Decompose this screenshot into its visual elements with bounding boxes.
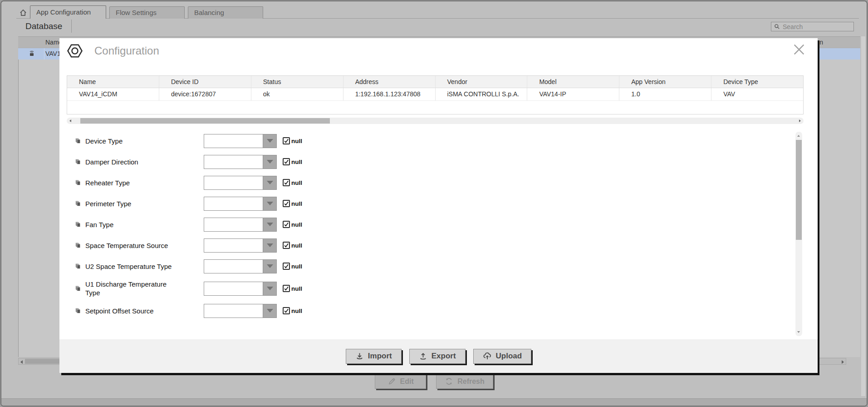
config-field-row: Fan Type null	[67, 217, 810, 232]
null-checkbox-group[interactable]: null	[283, 242, 302, 249]
scroll-left-icon[interactable]	[20, 360, 23, 364]
field-dropdown-value[interactable]	[204, 176, 263, 189]
refresh-icon	[445, 377, 453, 386]
device-table-cell: iSMA CONTROLLI S.p.A.	[436, 88, 528, 100]
field-dropdown[interactable]	[204, 238, 277, 253]
config-field-row: Setpoint Offset Source null	[67, 303, 810, 318]
device-icon	[28, 50, 35, 57]
dropdown-button[interactable]	[263, 260, 276, 273]
vscrollbar-thumb[interactable]	[796, 140, 802, 240]
check-icon	[284, 286, 289, 291]
tab-label: App Configuration	[36, 8, 91, 16]
device-table-hscrollbar[interactable]	[67, 118, 804, 124]
property-cube-icon	[74, 221, 81, 228]
dropdown-button[interactable]	[263, 282, 276, 295]
app-tab[interactable]: Flow Settings	[109, 6, 185, 19]
field-dropdown-value[interactable]	[204, 218, 263, 231]
field-label-group: Space Temperature Source	[67, 241, 204, 250]
export-button[interactable]: Export	[409, 349, 466, 364]
property-cube-icon	[74, 200, 81, 207]
edit-button[interactable]: Edit	[375, 374, 426, 389]
null-checkbox[interactable]	[283, 263, 290, 270]
device-table-cell: VAV14_iCDM	[67, 88, 159, 100]
config-field-row: Reheater Type null	[67, 175, 810, 190]
field-label-group: Perimeter Type	[67, 199, 204, 208]
field-dropdown[interactable]	[204, 134, 277, 148]
null-checkbox[interactable]	[283, 221, 290, 228]
field-dropdown-value[interactable]	[204, 260, 263, 273]
null-checkbox-group[interactable]: null	[283, 137, 302, 144]
field-dropdown[interactable]	[204, 304, 277, 318]
null-checkbox[interactable]	[283, 285, 290, 292]
device-table-cell: device:1672807	[159, 88, 251, 100]
field-dropdown[interactable]	[204, 197, 277, 211]
null-checkbox[interactable]	[283, 307, 290, 314]
field-dropdown-value[interactable]	[204, 282, 263, 295]
dropdown-button[interactable]	[263, 176, 276, 189]
scroll-up-icon[interactable]	[797, 135, 800, 137]
check-icon	[284, 138, 289, 144]
cloud-upload-icon	[483, 352, 492, 361]
device-table-row[interactable]: VAV14_iCDM device:1672807 ok 1:192.168.1…	[67, 88, 803, 101]
upload-label: Upload	[496, 352, 522, 361]
field-dropdown-value[interactable]	[204, 304, 263, 318]
field-dropdown-value[interactable]	[204, 239, 263, 252]
field-dropdown[interactable]	[204, 282, 277, 296]
field-dropdown[interactable]	[204, 259, 277, 273]
null-checkbox[interactable]	[283, 242, 290, 249]
config-field-row: Space Temperature Source null	[67, 238, 810, 253]
search-box[interactable]	[771, 22, 854, 31]
field-label: U1 Discharge Temperature Type	[85, 280, 175, 297]
config-field-row: U2 Space Temperature Type null	[67, 259, 810, 273]
check-icon	[284, 308, 289, 313]
chevron-down-icon	[267, 287, 273, 290]
refresh-button[interactable]: Refresh	[436, 374, 493, 389]
dropdown-button[interactable]	[263, 239, 276, 252]
dropdown-button[interactable]	[263, 304, 276, 318]
null-checkbox[interactable]	[283, 137, 290, 144]
dropdown-button[interactable]	[263, 134, 276, 148]
tab-database[interactable]: Database	[18, 20, 72, 33]
null-checkbox-group[interactable]: null	[283, 200, 302, 207]
window-scroll-strip	[861, 36, 865, 396]
home-button[interactable]	[19, 8, 28, 18]
chevron-down-icon	[267, 160, 273, 164]
null-checkbox-group[interactable]: null	[283, 158, 302, 165]
field-dropdown[interactable]	[204, 155, 277, 169]
app-tab[interactable]: Balancing	[188, 6, 263, 19]
scroll-down-icon[interactable]	[797, 331, 800, 333]
pencil-icon	[387, 377, 396, 386]
null-label: null	[291, 159, 302, 165]
null-label: null	[291, 179, 302, 186]
field-dropdown[interactable]	[204, 218, 277, 232]
upload-button[interactable]: Upload	[473, 349, 532, 364]
field-dropdown-value[interactable]	[204, 134, 263, 148]
export-icon	[419, 352, 427, 361]
import-button[interactable]: Import	[346, 349, 402, 364]
null-checkbox-group[interactable]: null	[283, 263, 302, 270]
dropdown-button[interactable]	[263, 218, 276, 231]
null-checkbox-group[interactable]: null	[283, 307, 302, 314]
field-dropdown[interactable]	[204, 176, 277, 190]
dropdown-button[interactable]	[263, 197, 276, 210]
scroll-left-icon[interactable]	[69, 119, 71, 122]
field-label: Damper Direction	[85, 158, 138, 166]
dropdown-button[interactable]	[263, 155, 276, 169]
null-checkbox-group[interactable]: null	[283, 221, 302, 228]
import-label: Import	[368, 352, 392, 361]
null-checkbox[interactable]	[283, 179, 290, 186]
field-dropdown-value[interactable]	[204, 197, 263, 210]
chevron-down-icon	[267, 309, 273, 313]
app-tab[interactable]: App Configuration	[30, 5, 106, 19]
scroll-right-icon[interactable]	[799, 119, 801, 122]
null-checkbox[interactable]	[283, 200, 290, 207]
close-button[interactable]	[790, 40, 808, 59]
search-input[interactable]	[783, 23, 851, 30]
form-vscrollbar[interactable]	[795, 132, 802, 336]
hscrollbar-thumb[interactable]	[80, 118, 330, 124]
null-checkbox[interactable]	[283, 158, 290, 165]
null-checkbox-group[interactable]: null	[283, 285, 302, 292]
null-checkbox-group[interactable]: null	[283, 179, 302, 186]
field-dropdown-value[interactable]	[204, 155, 263, 169]
scroll-right-icon[interactable]	[842, 360, 844, 364]
